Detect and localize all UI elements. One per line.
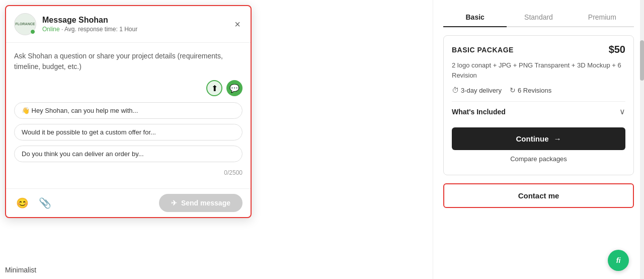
emoji-icon: 😊 bbox=[16, 197, 29, 208]
package-card: BASIC PACKAGE $50 2 logo conapt + JPG + … bbox=[443, 35, 634, 175]
avatar: FLORANCE bbox=[14, 13, 36, 35]
upload-icon: ⬆ bbox=[211, 84, 218, 93]
chat-icon: 💬 bbox=[229, 84, 239, 93]
modal-subtitle: Online · Avg. response time: 1 Hour bbox=[42, 26, 232, 33]
right-sidebar: Basic Standard Premium BASIC PACKAGE $50… bbox=[433, 0, 644, 279]
modal-footer: 😊 📎 ✈ Send message bbox=[6, 188, 251, 217]
fiverr-badge[interactable]: fi bbox=[608, 250, 629, 271]
close-button[interactable]: × bbox=[232, 17, 243, 31]
prompt-text: Ask Shohan a question or share your proj… bbox=[14, 51, 243, 72]
main-content: ed graphic designer with , minimalist lo… bbox=[0, 0, 433, 279]
continue-button[interactable]: Continue → bbox=[452, 127, 625, 150]
chat-icon-button[interactable]: 💬 bbox=[226, 80, 243, 96]
revisions-meta: ↻ 6 Revisions bbox=[510, 86, 551, 94]
bottom-left-label: Minimalist bbox=[5, 266, 36, 274]
char-count: 0/2500 bbox=[14, 169, 243, 176]
icon-row: ⬆ 💬 bbox=[14, 80, 243, 96]
delivery-meta: ⏱ 3-day delivery bbox=[452, 86, 502, 94]
fiverr-icon: fi bbox=[616, 256, 621, 264]
tab-basic[interactable]: Basic bbox=[443, 8, 507, 27]
scrollbar-track bbox=[640, 0, 644, 279]
quick-reply-2[interactable]: Would it be possible to get a custom off… bbox=[14, 124, 243, 141]
attach-button[interactable]: 📎 bbox=[37, 195, 53, 211]
upload-icon-button[interactable]: ⬆ bbox=[206, 80, 222, 96]
chevron-down-icon: ∨ bbox=[619, 107, 625, 116]
tab-standard[interactable]: Standard bbox=[507, 8, 570, 27]
refresh-icon: ↻ bbox=[510, 86, 516, 94]
whats-included-label: What's Included bbox=[452, 108, 506, 116]
compare-packages-link[interactable]: Compare packages bbox=[452, 155, 625, 163]
arrow-icon: → bbox=[554, 134, 561, 143]
modal-title-block: Message Shohan Online · Avg. response ti… bbox=[42, 16, 232, 33]
online-indicator bbox=[30, 29, 35, 34]
modal-header: FLORANCE Message Shohan Online · Avg. re… bbox=[6, 6, 251, 43]
scrollbar-thumb[interactable] bbox=[640, 40, 644, 81]
modal-body: Ask Shohan a question or share your proj… bbox=[6, 43, 251, 188]
package-header: BASIC PACKAGE $50 bbox=[452, 44, 625, 55]
contact-me-button[interactable]: Contact me bbox=[443, 183, 634, 208]
emoji-button[interactable]: 😊 bbox=[14, 195, 31, 211]
package-price: $50 bbox=[609, 44, 625, 55]
tabs-row: Basic Standard Premium bbox=[443, 8, 634, 27]
page-wrapper: ed graphic designer with , minimalist lo… bbox=[0, 0, 644, 279]
clock-icon: ⏱ bbox=[452, 86, 459, 94]
send-icon: ✈ bbox=[171, 199, 177, 207]
attach-icon: 📎 bbox=[39, 197, 51, 208]
quick-reply-1[interactable]: 👋 Hey Shohan, can you help me with... bbox=[14, 102, 243, 119]
quick-reply-3[interactable]: Do you think you can deliver an order by… bbox=[14, 146, 243, 162]
modal-title: Message Shohan bbox=[42, 16, 232, 25]
meta-row: ⏱ 3-day delivery ↻ 6 Revisions bbox=[452, 86, 625, 94]
package-description: 2 logo conapt + JPG + PNG Transparent + … bbox=[452, 60, 625, 80]
send-message-button[interactable]: ✈ Send message bbox=[159, 194, 243, 212]
whats-included-row[interactable]: What's Included ∨ bbox=[452, 101, 625, 121]
tab-premium[interactable]: Premium bbox=[571, 8, 634, 27]
package-title: BASIC PACKAGE bbox=[452, 46, 514, 54]
message-modal: FLORANCE Message Shohan Online · Avg. re… bbox=[5, 5, 252, 218]
